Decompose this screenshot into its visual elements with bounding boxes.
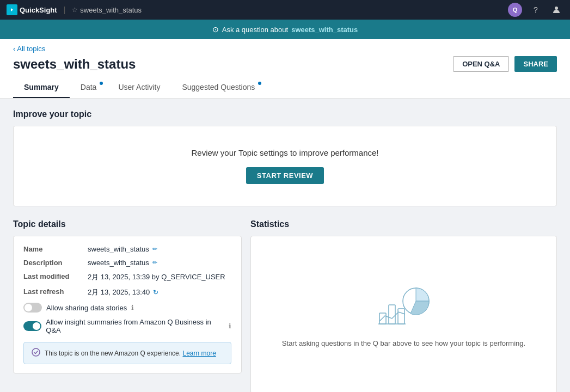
name-label: Name — [23, 245, 83, 253]
tab-user-activity[interactable]: User Activity — [107, 77, 171, 98]
stats-illustration — [377, 280, 431, 329]
name-value: sweets_with_status ✏ — [88, 245, 157, 253]
svg-rect-4 — [389, 305, 395, 324]
logo-icon — [7, 4, 17, 15]
q-experience-banner: This topic is on the new Amazon Q experi… — [23, 342, 231, 364]
review-card: Review your Topic settings to improve pe… — [13, 126, 557, 206]
tab-summary[interactable]: Summary — [13, 77, 70, 98]
improve-section-title: Improve your topic — [13, 109, 557, 119]
banner-icon: ⊙ — [212, 25, 219, 34]
last-modified-row: Last modified 2月 13, 2025, 13:39 by Q_SE… — [23, 272, 231, 282]
sharing-toggle[interactable] — [23, 303, 42, 313]
sharing-toggle-label: Allow sharing data stories — [46, 304, 127, 312]
svg-point-1 — [555, 7, 558, 10]
insight-toggle[interactable] — [23, 321, 41, 331]
tab-suggested-questions[interactable]: Suggested Questions — [171, 77, 266, 98]
topic-details-card: Name sweets_with_status ✏ Description sw… — [13, 236, 242, 373]
q-learn-more-link[interactable]: Learn more — [182, 350, 216, 357]
nav-divider: | — [64, 5, 66, 14]
refresh-icon[interactable]: ↻ — [153, 289, 158, 296]
svg-rect-5 — [398, 309, 404, 324]
last-modified-label: Last modified — [23, 272, 83, 280]
insight-toggle-row: Allow insight summaries from Amazon Q Bu… — [23, 318, 231, 334]
last-refresh-row: Last refresh 2月 13, 2025, 13:40 ↻ — [23, 287, 231, 297]
q-experience-icon — [32, 348, 40, 358]
topic-details-title: Topic details — [13, 219, 242, 229]
insight-toggle-label: Allow insight summaries from Amazon Q Bu… — [46, 318, 224, 334]
tab-data[interactable]: Data — [70, 77, 108, 98]
insight-info-icon[interactable]: ℹ — [229, 322, 231, 330]
last-refresh-label: Last refresh — [23, 287, 83, 296]
banner-text: Ask a question about — [222, 26, 288, 34]
nav-right: Q ? — [508, 3, 563, 17]
suggested-questions-tab-dot — [258, 82, 261, 85]
nav-left: QuickSight | ☆ sweets_with_status — [7, 4, 142, 15]
ask-question-banner[interactable]: ⊙ Ask a question about sweets_with_statu… — [0, 20, 570, 39]
name-edit-icon[interactable]: ✏ — [152, 246, 157, 253]
q-icon-button[interactable]: Q — [508, 3, 522, 17]
review-card-text: Review your Topic settings to improve pe… — [24, 148, 546, 157]
help-icon-button[interactable]: ? — [529, 3, 543, 17]
header-actions: OPEN Q&A SHARE — [453, 56, 557, 72]
sharing-info-icon[interactable]: ℹ — [131, 304, 134, 311]
sharing-toggle-row: Allow sharing data stories ℹ — [23, 303, 231, 313]
statistics-column: Statistics — [250, 219, 557, 392]
data-tab-dot — [100, 82, 103, 85]
q-banner-text: This topic is on the new Amazon Q experi… — [45, 350, 216, 357]
nav-tab-title: ☆ sweets_with_status — [72, 6, 142, 14]
last-refresh-value: 2月 13, 2025, 13:40 ↻ — [88, 287, 158, 297]
statistics-empty-text: Start asking questions in the Q bar abov… — [282, 338, 525, 349]
banner-topic-link[interactable]: sweets_with_status — [291, 26, 358, 34]
description-row: Description sweets_with_status ✏ — [23, 259, 231, 267]
svg-point-2 — [32, 348, 40, 356]
share-button[interactable]: SHARE — [514, 56, 557, 72]
main-content: Improve your topic Review your Topic set… — [0, 99, 570, 392]
star-icon: ☆ — [72, 6, 78, 14]
statistics-card: Start asking questions in the Q bar abov… — [250, 236, 557, 392]
page-title-row: sweets_with_status OPEN Q&A SHARE — [13, 56, 557, 72]
top-navbar: QuickSight | ☆ sweets_with_status Q ? — [0, 0, 570, 20]
start-review-button[interactable]: START REVIEW — [246, 167, 324, 184]
name-row: Name sweets_with_status ✏ — [23, 245, 231, 253]
page-header: All topics sweets_with_status OPEN Q&A S… — [0, 39, 570, 99]
user-icon-button[interactable] — [549, 3, 563, 17]
description-label: Description — [23, 259, 83, 267]
quicksight-logo[interactable]: QuickSight — [7, 4, 57, 15]
topic-details-column: Topic details Name sweets_with_status ✏ … — [13, 219, 242, 392]
quicksight-name: QuickSight — [20, 6, 57, 14]
description-value: sweets_with_status ✏ — [88, 259, 157, 267]
open-qa-button[interactable]: OPEN Q&A — [453, 56, 509, 72]
last-modified-value: 2月 13, 2025, 13:39 by Q_SERVICE_USER — [88, 272, 225, 282]
page-title: sweets_with_status — [13, 57, 136, 72]
two-col-layout: Topic details Name sweets_with_status ✏ … — [13, 219, 557, 392]
statistics-title: Statistics — [250, 219, 557, 229]
description-edit-icon[interactable]: ✏ — [152, 259, 157, 266]
tabs-bar: Summary Data User Activity Suggested Que… — [13, 77, 557, 98]
breadcrumb[interactable]: All topics — [13, 45, 557, 53]
